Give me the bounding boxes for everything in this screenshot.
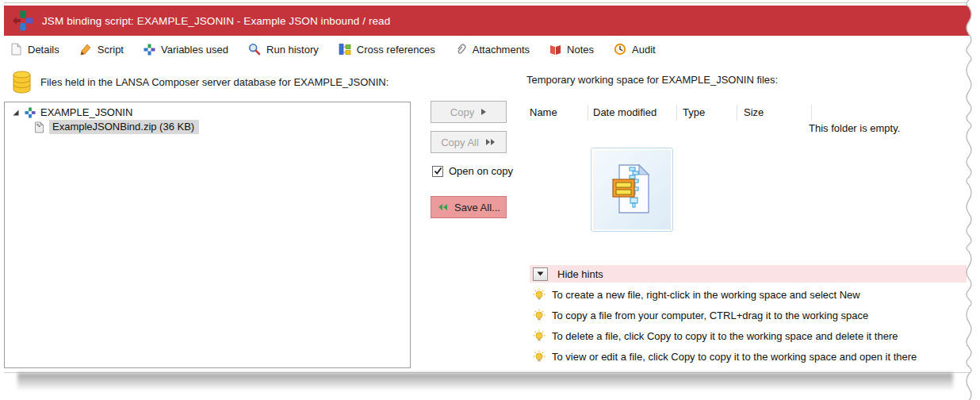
variables-cross-icon [144,44,155,56]
tree-root-label: EXAMPLE_JSONIN [40,106,132,118]
hint-text: To copy a file from your computer, CTRL+… [552,310,868,321]
hint-item: To create a new file, right-click in the… [533,288,860,301]
jsm-binding-script-window: JSM binding script: EXAMPLE_JSONIN - Exa… [4,2,977,373]
tab-label: Audit [632,44,656,56]
copy-button[interactable]: Copy [431,101,507,123]
lightbulb-icon [533,329,546,342]
tree-expander-icon[interactable] [12,109,20,117]
clock-icon [614,43,626,56]
copy-button-label: Copy [450,106,474,118]
hint-item: To copy a file from your computer, CTRL+… [533,309,868,321]
open-on-copy-label: Open on copy [449,165,513,177]
database-icon [12,71,32,94]
save-all-button-label: Save All... [454,202,500,213]
tree-file-label: ExampleJSONBind.zip (36 KB) [49,120,199,134]
column-header-date-modified[interactable]: Date modified [593,106,657,118]
lightbulb-icon [533,288,546,301]
document-icon [10,43,22,56]
tab-script[interactable]: Script [79,43,124,56]
column-header-type[interactable]: Type [683,106,705,118]
zip-archive-icon [609,162,655,217]
title-bar: JSM binding script: EXAMPLE_JSONIN - Exa… [4,6,977,36]
tab-notes[interactable]: Notes [549,44,594,56]
window-title: JSM binding script: EXAMPLE_JSONIN - Exa… [42,15,390,27]
book-icon [549,44,561,56]
composer-cross-icon [11,9,35,33]
torn-edge [959,0,980,400]
tab-label: Variables used [161,44,228,56]
column-separator [676,105,677,121]
tab-attachments[interactable]: Attachments [455,43,530,56]
hierarchy-icon [339,44,351,56]
tab-strip: Details Script Variables used Run hist [4,36,977,63]
server-files-tree[interactable]: EXAMPLE_JSONIN ExampleJSONBind.zip (36 K… [4,102,411,368]
magnifier-icon [248,43,261,56]
tab-label: Notes [567,44,594,56]
column-separator [737,105,737,121]
hints-toggle-label: Hide hints [557,268,603,280]
paperclip-icon [455,43,467,56]
screenshot-bottom-shadow [17,373,953,394]
checkmark-icon [434,167,442,175]
column-separator [811,105,812,121]
tab-label: Details [28,44,59,56]
hint-text: To create a new file, right-click in the… [552,289,860,301]
working-space-drop-target[interactable] [591,148,673,232]
working-space-header: Temporary working space for EXAMPLE_JSON… [526,74,778,86]
empty-folder-message: This folder is empty. [809,122,900,134]
tab-label: Script [98,44,124,56]
copy-arrow-icon [480,108,487,116]
lightbulb-icon [533,350,546,363]
save-all-button[interactable]: Save All... [431,196,507,218]
copy-all-arrows-icon [485,138,496,146]
hint-item: To delete a file, click Copy to copy it … [533,329,898,342]
tab-label: Cross references [357,44,435,56]
copy-all-button[interactable]: Copy All [431,131,507,153]
tab-variables-used[interactable]: Variables used [144,44,228,56]
tab-run-history[interactable]: Run history [248,43,319,56]
binding-script-icon [25,107,36,118]
hint-text: To delete a file, click Copy to copy it … [552,330,898,342]
column-separator [588,105,588,121]
hint-text: To view or edit a file, click Copy to co… [552,351,917,363]
tab-label: Run history [266,44,319,56]
save-all-arrows-icon [437,203,448,211]
open-on-copy-row: Open on copy [432,165,513,177]
tab-details[interactable]: Details [10,43,59,56]
lightbulb-icon [533,309,546,321]
hint-item: To view or edit a file, click Copy to co… [533,350,917,363]
zip-file-icon [34,121,44,133]
tab-label: Attachments [473,44,530,56]
chevron-down-icon [537,271,544,276]
tree-file-row[interactable]: ExampleJSONBind.zip (36 KB) [34,120,410,134]
column-header-name[interactable]: Name [530,106,557,118]
copy-all-button-label: Copy All [441,137,479,148]
column-header-size[interactable]: Size [744,106,764,118]
hints-toggle-button[interactable] [533,267,548,281]
server-files-header: Files held in the LANSA Composer server … [12,71,389,94]
hints-bar: Hide hints [530,265,967,283]
tab-cross-references[interactable]: Cross references [339,44,435,56]
server-files-label: Files held in the LANSA Composer server … [40,76,389,88]
tab-audit[interactable]: Audit [614,43,656,56]
pencil-icon [79,43,92,56]
open-on-copy-checkbox[interactable] [432,166,443,177]
tree-root-row[interactable]: EXAMPLE_JSONIN [12,106,410,118]
